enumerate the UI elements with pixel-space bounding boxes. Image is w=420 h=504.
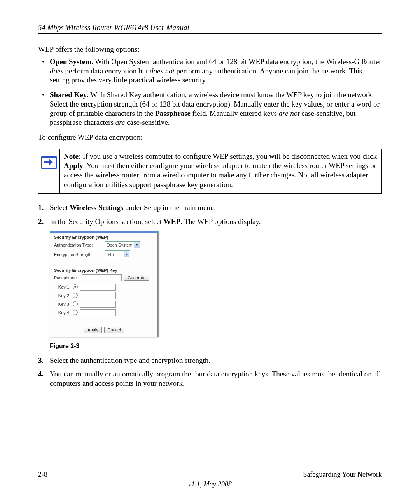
emphasis: does (50, 67, 63, 75)
options-list: Open System. With Open System authentica… (38, 57, 382, 127)
text: perform data encryption but (63, 67, 150, 75)
text: . With Open System authentication and 64… (91, 58, 381, 66)
page-footer: 2-8 Safeguarding Your Network v1.1, May … (38, 468, 382, 488)
version-line: v1.1, May 2008 (38, 480, 382, 488)
note-text: Note: If you use a wireless computer to … (60, 149, 382, 193)
arrow-right-icon (41, 156, 57, 169)
bullet-title: Shared Key (50, 91, 87, 99)
encryption-strength-select[interactable]: 64bit (105, 250, 130, 258)
chevron-down-icon (134, 242, 140, 248)
step-number: 2. (38, 217, 44, 226)
header-rule (38, 33, 382, 34)
bold-word: WEP (164, 217, 180, 226)
note-box: Note: If you use a wireless computer to … (38, 149, 382, 194)
emphasis: does not (150, 67, 175, 75)
text: under Setup in the main menu. (123, 203, 216, 212)
key1-radio[interactable] (73, 284, 78, 289)
figure-wrap: Security Encryption (WEP) Authentication… (50, 231, 382, 337)
section-title: Security Encryption (WEP) (54, 235, 154, 240)
key4-radio[interactable] (73, 310, 78, 315)
steps-list: 1. Select Wireless Settings under Setup … (38, 203, 382, 226)
text: You can manually or automatically progra… (50, 370, 381, 387)
select-value: Open System (107, 243, 133, 247)
key2-radio[interactable] (73, 293, 78, 298)
text: . You must then either configure your wi… (64, 161, 376, 189)
page-number: 2-8 (38, 471, 47, 479)
bold-word: Apply (64, 161, 83, 170)
chevron-down-icon (124, 251, 130, 257)
apply-button[interactable]: Apply (84, 327, 102, 333)
note-icon-cell (38, 149, 60, 193)
configure-line: To configure WEP data encryption: (38, 133, 382, 142)
key2-input[interactable] (80, 292, 116, 299)
cancel-button[interactable]: Cancel (104, 327, 124, 333)
encryption-strength-label: Encryption Strength: (54, 252, 105, 257)
key4-input[interactable] (80, 309, 116, 316)
passphrase-label: Passphrase: (54, 275, 80, 280)
generate-button[interactable]: Generate (124, 275, 149, 281)
bullet-open-system: Open System. With Open System authentica… (38, 57, 382, 85)
emphasis: are (116, 118, 125, 126)
passphrase-input[interactable] (82, 274, 122, 281)
section-title: Security Encryption (WEP) Key (54, 268, 154, 273)
text: If you use a wireless computer to config… (81, 152, 377, 160)
step-number: 4. (38, 369, 44, 379)
bold-word: Wireless Settings (70, 203, 123, 212)
figure-caption: Figure 2-3 (50, 343, 382, 350)
section-name: Safeguarding Your Network (303, 471, 382, 479)
key3-label: Key 3: (55, 302, 70, 306)
text: case-sensitive. (125, 118, 170, 126)
bold-word: Passphrase (155, 109, 191, 117)
auth-type-select[interactable]: Open System (105, 241, 140, 249)
intro-paragraph: WEP offers the following options: (38, 45, 382, 54)
text: In the Security Options section, select (50, 217, 164, 226)
step-1: 1. Select Wireless Settings under Setup … (38, 203, 382, 212)
text: . The WEP options display. (180, 217, 261, 226)
divider (50, 264, 158, 264)
key1-input[interactable] (80, 284, 116, 290)
text: field. Manually entered keys (191, 109, 279, 117)
accent-bar (157, 231, 158, 337)
key4-label: Key 4: (55, 310, 70, 315)
auth-type-label: Authentication Type: (54, 243, 105, 247)
step-number: 3. (38, 356, 44, 365)
wep-settings-screenshot: Security Encryption (WEP) Authentication… (50, 231, 159, 337)
emphasis: are not (279, 109, 300, 117)
step-3: 3. Select the authentication type and en… (38, 356, 382, 365)
bullet-title: Open System (50, 58, 91, 66)
key2-label: Key 2: (55, 293, 70, 298)
note-label: Note: (64, 152, 81, 160)
text: Select the authentication type and encry… (50, 356, 210, 364)
select-value: 64bit (107, 252, 116, 257)
step-number: 1. (38, 203, 44, 212)
text: Select (50, 203, 70, 212)
bullet-shared-key: Shared Key. With Shared Key authenticati… (38, 90, 382, 127)
key1-label: Key 1: (55, 285, 70, 289)
steps-list-continued: 3. Select the authentication type and en… (38, 356, 382, 388)
key3-radio[interactable] (73, 301, 78, 306)
running-head: 54 Mbps Wireless Router WGR614v8 User Ma… (38, 23, 382, 32)
divider (50, 322, 158, 322)
footer-rule (38, 468, 382, 468)
key3-input[interactable] (80, 301, 116, 308)
step-2: 2. In the Security Options section, sele… (38, 217, 382, 226)
step-4: 4. You can manually or automatically pro… (38, 369, 382, 388)
